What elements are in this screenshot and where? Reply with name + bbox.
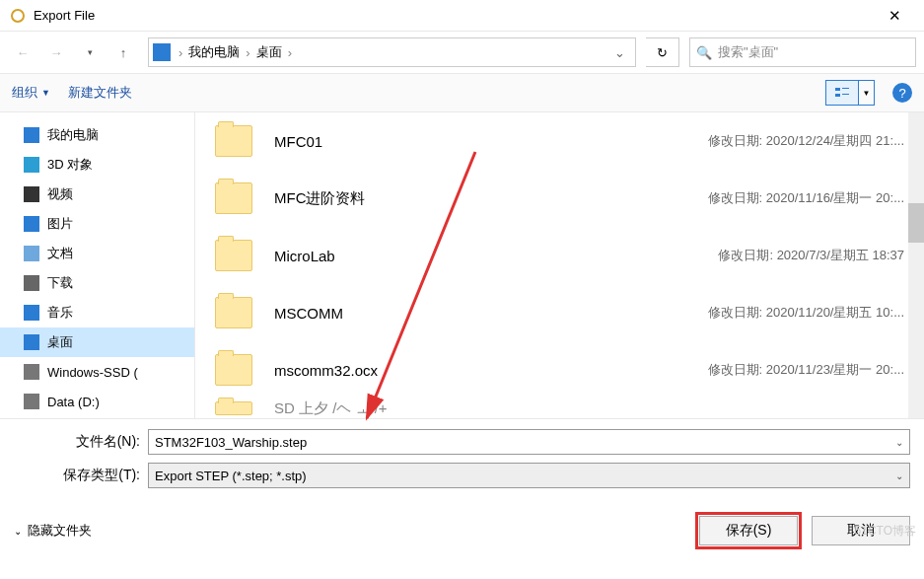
sidebar-item-label: 3D 对象 (47, 156, 93, 174)
sidebar-item-downloads[interactable]: 下载 (0, 268, 194, 298)
desktop-icon (24, 334, 39, 350)
folder-icon (215, 182, 252, 214)
folder-icon (215, 354, 252, 386)
download-icon (24, 275, 39, 291)
sidebar-item-label: Data (D:) (47, 395, 100, 409)
music-icon (24, 305, 39, 321)
sidebar-item-documents[interactable]: 文档 (0, 239, 194, 268)
file-name: MicroLab (274, 248, 718, 264)
file-meta: 修改日期: 2020/11/16/星期一 20:... (708, 189, 904, 207)
sidebar-item-desktop[interactable]: 桌面 (0, 327, 194, 357)
filename-value: STM32F103_Warship.step (155, 435, 307, 450)
sidebar-item-label: 下载 (47, 274, 73, 292)
file-name: MFC01 (274, 133, 708, 150)
svg-rect-3 (835, 94, 840, 97)
sidebar-item-ssd[interactable]: Windows-SSD ( (0, 357, 194, 387)
sidebar-item-label: 视频 (47, 185, 73, 203)
window-title: Export File (34, 8, 875, 23)
sidebar-item-3d[interactable]: 3D 对象 (0, 150, 194, 180)
folder-icon (215, 240, 252, 271)
file-name: SD 上夕 /ヘ ㅗ /+ (274, 399, 904, 418)
help-button[interactable]: ? (892, 83, 912, 103)
path-icon (153, 43, 171, 61)
list-item[interactable]: mscomm32.ocx 修改日期: 2020/11/23/星期一 20:... (195, 341, 924, 398)
recent-dropdown[interactable]: ▾ (75, 37, 105, 67)
sidebar-item-label: 我的电脑 (47, 126, 99, 144)
chevron-down-icon: ⌄ (14, 526, 22, 537)
sidebar-item-data[interactable]: Data (D:) (0, 387, 194, 416)
list-item[interactable]: MSCOMM 修改日期: 2020/11/20/星期五 10:... (195, 284, 924, 341)
sidebar-item-label: 音乐 (47, 304, 73, 322)
action-bar: ⌄ 隐藏文件夹 保存(S) 取消 (0, 496, 924, 545)
chevron-right-icon: › (286, 45, 294, 60)
sidebar-item-label: 图片 (47, 215, 73, 233)
drive-icon (24, 364, 39, 380)
save-button[interactable]: 保存(S) (699, 516, 798, 545)
up-button[interactable]: ↑ (108, 37, 138, 67)
file-meta: 修改日期: 2020/7/3/星期五 18:37 (718, 247, 904, 264)
list-item[interactable]: MicroLab 修改日期: 2020/7/3/星期五 18:37 (195, 227, 924, 284)
sidebar-item-videos[interactable]: 视频 (0, 180, 194, 209)
hide-folders-label: 隐藏文件夹 (28, 522, 92, 540)
folder-icon (215, 125, 252, 157)
search-input[interactable]: 🔍 搜索"桌面" (689, 37, 916, 67)
view-toggle[interactable]: ▼ (825, 80, 875, 106)
filename-label: 文件名(N): (14, 433, 148, 451)
sidebar: 我的电脑 3D 对象 视频 图片 文档 下载 音乐 桌面 Windows-SSD… (0, 112, 195, 418)
close-button[interactable]: ✕ (875, 7, 914, 25)
svg-rect-2 (842, 88, 849, 89)
sidebar-item-label: 文档 (47, 245, 73, 262)
path-box[interactable]: › 我的电脑 › 桌面 › ⌄ (148, 37, 636, 67)
list-item[interactable]: SD 上夕 /ヘ ㅗ /+ (195, 398, 924, 418)
sidebar-item-pictures[interactable]: 图片 (0, 209, 194, 239)
cube-icon (24, 157, 39, 173)
main-area: 我的电脑 3D 对象 视频 图片 文档 下载 音乐 桌面 Windows-SSD… (0, 112, 924, 418)
folder-icon (215, 297, 252, 328)
refresh-button[interactable]: ↻ (646, 37, 679, 67)
toolbar: 组织 ▼ 新建文件夹 ▼ ? (0, 73, 924, 112)
scrollbar[interactable] (908, 112, 924, 418)
file-list[interactable]: MFC01 修改日期: 2020/12/24/星期四 21:... MFC进阶资… (195, 112, 924, 418)
chevron-right-icon: › (244, 45, 251, 60)
hide-folders-toggle[interactable]: ⌄ 隐藏文件夹 (14, 522, 92, 540)
new-folder-button[interactable]: 新建文件夹 (68, 84, 132, 102)
svg-rect-1 (835, 88, 840, 91)
organize-menu[interactable]: 组织 ▼ (12, 84, 50, 102)
chevron-down-icon: ⌄ (895, 470, 903, 481)
drive-icon (24, 394, 39, 409)
sidebar-item-music[interactable]: 音乐 (0, 298, 194, 327)
new-folder-label: 新建文件夹 (68, 84, 132, 102)
folder-icon (215, 401, 252, 415)
file-name: mscomm32.ocx (274, 362, 708, 379)
chevron-right-icon: › (177, 45, 184, 60)
watermark: 51CTO博客 (855, 523, 916, 540)
filetype-label: 保存类型(T): (14, 467, 148, 484)
sidebar-item-pc[interactable]: 我的电脑 (0, 120, 194, 150)
filetype-select[interactable]: Export STEP (*.step; *.stp) ⌄ (148, 463, 910, 488)
svg-point-0 (12, 10, 24, 22)
forward-button[interactable]: → (41, 37, 71, 67)
file-meta: 修改日期: 2020/12/24/星期四 21:... (708, 132, 904, 150)
search-icon: 🔍 (696, 45, 712, 60)
list-item[interactable]: MFC进阶资料 修改日期: 2020/11/16/星期一 20:... (195, 170, 924, 227)
back-button[interactable]: ← (8, 37, 37, 67)
svg-rect-4 (842, 94, 849, 95)
scroll-thumb[interactable] (908, 203, 924, 243)
image-icon (24, 216, 39, 232)
organize-label: 组织 (12, 84, 37, 102)
form-area: 文件名(N): STM32F103_Warship.step ⌄ 保存类型(T)… (0, 418, 924, 488)
path-dropdown-icon[interactable]: ⌄ (608, 45, 631, 60)
filename-input[interactable]: STM32F103_Warship.step ⌄ (148, 429, 910, 455)
chevron-down-icon[interactable]: ⌄ (895, 437, 903, 448)
chevron-down-icon: ▼ (41, 88, 50, 98)
list-item[interactable]: MFC01 修改日期: 2020/12/24/星期四 21:... (195, 112, 924, 170)
file-name: MFC进阶资料 (274, 189, 708, 208)
view-mode-icon (826, 81, 858, 105)
filetype-value: Export STEP (*.step; *.stp) (155, 469, 307, 483)
titlebar: Export File ✕ (0, 0, 924, 32)
breadcrumb-root[interactable]: 我的电脑 (184, 43, 244, 61)
view-dropdown-icon[interactable]: ▼ (858, 81, 874, 105)
file-name: MSCOMM (274, 305, 708, 322)
nav-bar: ← → ▾ ↑ › 我的电脑 › 桌面 › ⌄ ↻ 🔍 搜索"桌面" (0, 32, 924, 73)
breadcrumb-current[interactable]: 桌面 (252, 43, 286, 61)
